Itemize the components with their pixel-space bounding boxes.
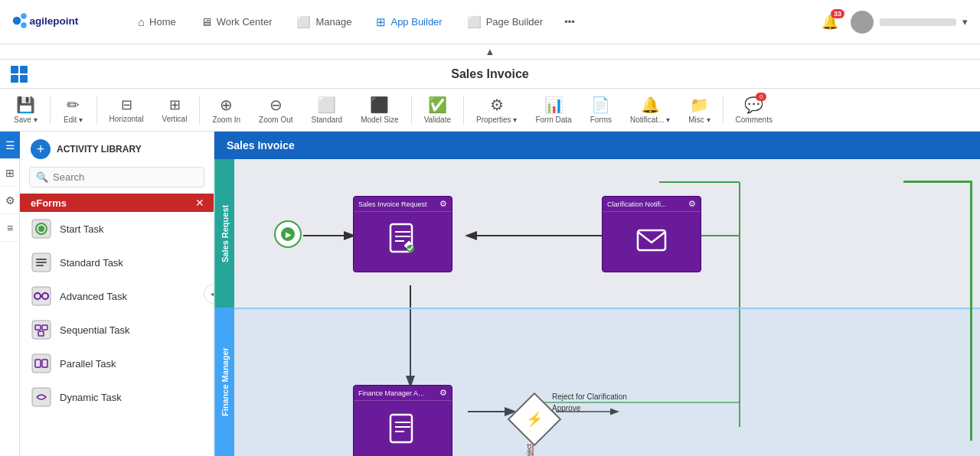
sidebar-header: + ACTIVITY LIBRARY xyxy=(20,132,214,164)
grid-view-button[interactable]: ⊞ xyxy=(0,159,20,187)
notifications-label: Notificat... xyxy=(630,116,670,124)
settings-view-button[interactable]: ⚙ xyxy=(0,187,20,214)
forms-button[interactable]: 📄 Forms xyxy=(583,93,619,127)
nav-workcenter[interactable]: 🖥 Work Center xyxy=(191,11,282,33)
svg-rect-22 xyxy=(32,388,51,406)
sales-invoice-request-node[interactable]: Sales Invoice Request ⚙ xyxy=(353,196,452,272)
forms-icon: 📄 xyxy=(591,96,610,114)
clarification-notif-node[interactable]: Clarification Notifi... ⚙ xyxy=(602,196,701,272)
misc-icon: 📁 xyxy=(690,96,709,114)
nav-right: 🔔 33 ▾ xyxy=(822,11,968,34)
sales-invoice-request-label: Sales Invoice Request xyxy=(358,200,427,208)
validate-button[interactable]: ✅ Validate xyxy=(416,93,459,127)
green-border-right xyxy=(970,181,972,441)
nav-appbuilder[interactable]: ⊞ App Builder xyxy=(367,11,451,34)
finance-manager-appr-node[interactable]: Finance Manager Appr... ⚙ xyxy=(353,385,452,456)
collapse-nav-bar[interactable]: ▲ xyxy=(0,44,980,60)
eforms-close-button[interactable]: ✕ xyxy=(195,197,204,209)
properties-icon: ⚙ xyxy=(490,96,504,114)
svg-rect-39 xyxy=(638,230,665,250)
swimlane-finance: Finance Manager xyxy=(214,308,234,456)
notifications-tool-button[interactable]: 🔔 Notificat... xyxy=(622,93,678,127)
nav-home[interactable]: ⌂ Home xyxy=(129,11,185,33)
formdata-button[interactable]: 📊 Form Data xyxy=(528,93,579,127)
sequential-task-icon xyxy=(31,319,52,340)
zoomin-icon: ⊕ xyxy=(220,96,233,114)
chevron-up-icon: ▲ xyxy=(485,46,495,57)
search-input[interactable] xyxy=(53,171,198,183)
save-icon: 💾 xyxy=(16,96,35,114)
top-nav: agilepoint ⌂ Home 🖥 Work Center ⬜ Manage… xyxy=(0,0,980,44)
vertical-label: Vertical xyxy=(162,115,188,123)
nav-more-button[interactable]: ••• xyxy=(558,11,581,32)
zoomout-icon: ⊖ xyxy=(270,96,283,114)
add-activity-button[interactable]: + xyxy=(31,139,51,159)
node-settings-icon[interactable]: ⚙ xyxy=(688,199,696,209)
standard-icon: ⬜ xyxy=(317,96,336,114)
decision-diamond[interactable]: ⚡ xyxy=(510,395,559,444)
manage-icon: ⬜ xyxy=(296,15,311,29)
list-item[interactable]: Advanced Task xyxy=(20,279,214,313)
swimlane-labels: Sales Request Finance Manager xyxy=(214,159,234,456)
start-task-icon xyxy=(31,218,52,239)
activity-library-sidebar: + ACTIVITY LIBRARY 🔍 eForms ✕ xyxy=(20,132,214,456)
modelsize-button[interactable]: ⬛ Model Size xyxy=(353,93,406,127)
swimlane-container: Sales Request Finance Manager xyxy=(214,159,980,456)
node-settings-icon[interactable]: ⚙ xyxy=(439,199,447,209)
sequential-task-label: Sequential Task xyxy=(60,324,130,336)
list-item[interactable]: Parallel Task xyxy=(20,347,214,380)
list-item[interactable]: Dynamic Task xyxy=(20,380,214,414)
nav-manage[interactable]: ⬜ Manage xyxy=(287,11,361,34)
list-view-button[interactable]: ☰ xyxy=(0,132,20,159)
separator xyxy=(50,96,51,124)
edit-label: Edit xyxy=(64,116,83,124)
green-border-top xyxy=(903,181,972,183)
properties-button[interactable]: ⚙ Properties xyxy=(469,93,524,127)
svg-rect-8 xyxy=(36,259,47,260)
layers-button[interactable]: ≡ xyxy=(0,214,20,242)
grid-menu-button[interactable] xyxy=(11,66,28,83)
search-box: 🔍 xyxy=(29,167,204,187)
standard-button[interactable]: ⬜ Standard xyxy=(304,93,351,127)
misc-button[interactable]: 📁 Misc xyxy=(681,93,717,127)
list-item[interactable]: Start Task xyxy=(20,212,214,246)
node-body xyxy=(354,401,452,456)
misc-label: Misc xyxy=(688,116,710,124)
pagebuilder-icon: ⬜ xyxy=(467,15,482,29)
notification-bell-icon: 🔔 xyxy=(641,96,660,114)
vertical-button[interactable]: ⊞ Vertical xyxy=(155,93,195,126)
activity-library-label: ACTIVITY LIBRARY xyxy=(57,144,142,155)
start-node[interactable]: ▶ xyxy=(274,220,302,248)
finance-manager-appr-label: Finance Manager Appr... xyxy=(358,389,427,397)
notification-badge: 33 xyxy=(831,9,844,18)
comments-button[interactable]: 💬 0 Comments xyxy=(728,93,780,127)
zoomout-button[interactable]: ⊖ Zoom Out xyxy=(251,93,300,127)
vertical-icon: ⊞ xyxy=(169,96,181,113)
svg-text:agilepoint: agilepoint xyxy=(30,15,79,27)
svg-rect-9 xyxy=(36,262,47,263)
nav-pagebuilder-label: Page Builder xyxy=(486,16,543,28)
app-logo[interactable]: agilepoint xyxy=(12,7,104,37)
list-item[interactable]: Sequential Task xyxy=(20,313,214,347)
separator xyxy=(96,96,97,124)
node-settings-icon[interactable]: ⚙ xyxy=(439,388,447,398)
list-item[interactable]: Standard Task xyxy=(20,246,214,279)
formdata-icon: 📊 xyxy=(544,96,564,114)
home-icon: ⌂ xyxy=(138,15,145,28)
zoomin-button[interactable]: ⊕ Zoom In xyxy=(204,93,248,127)
save-button[interactable]: 💾 Save xyxy=(6,93,45,127)
user-avatar xyxy=(851,11,874,34)
user-menu[interactable]: ▾ xyxy=(851,11,968,34)
edit-button[interactable]: ✏ Edit xyxy=(55,93,92,127)
appbuilder-icon: ⊞ xyxy=(376,15,386,29)
notifications-button[interactable]: 🔔 33 xyxy=(822,14,838,31)
diagram-canvas[interactable]: ▶ Sales Invoice Request ⚙ xyxy=(234,159,980,456)
title-bar: Sales Invoice xyxy=(0,60,980,89)
separator xyxy=(199,96,200,124)
horizontal-button[interactable]: ⊟ Horizontal xyxy=(102,93,152,126)
parallel-task-label: Parallel Task xyxy=(60,358,116,370)
horizontal-icon: ⊟ xyxy=(121,96,132,113)
parallel-task-icon xyxy=(31,353,52,374)
canvas-body[interactable]: Sales Request Finance Manager xyxy=(214,159,980,456)
nav-pagebuilder[interactable]: ⬜ Page Builder xyxy=(458,11,552,34)
